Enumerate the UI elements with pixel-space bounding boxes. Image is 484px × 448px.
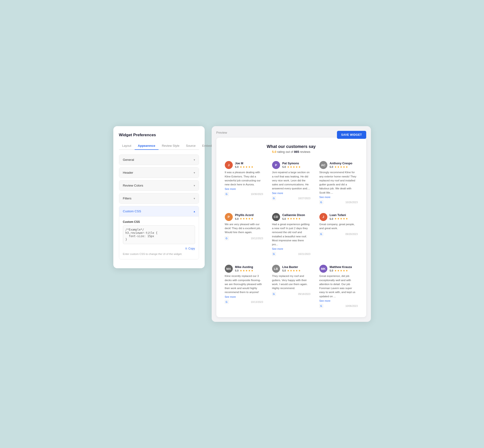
star-icon: ★	[293, 269, 295, 272]
see-more-link[interactable]: See more	[319, 299, 358, 302]
custom-css-textarea[interactable]: /*Example*/ h3.reviewer-title { font-siz…	[123, 225, 195, 244]
reviewer-name: Anthony Crespo	[330, 162, 352, 165]
google-icon: G	[272, 252, 276, 256]
stars-row: 5.0 ★★★★★	[235, 217, 254, 220]
review-text: We are very pleased with our deck! They …	[225, 222, 263, 234]
rating-value: 5.0	[330, 269, 333, 272]
rating-text: rating out of	[277, 150, 294, 153]
accordion-general: General ▾	[119, 154, 199, 165]
review-card: MA Mike Austing 5.0 ★★★★★ Kline recently…	[222, 262, 266, 311]
reviewer-info: Matthew Krauza 5.0 ★★★★★	[330, 265, 352, 272]
star-icon: ★	[298, 269, 301, 272]
accordion-general-header[interactable]: General ▾	[119, 155, 199, 165]
copy-icon: ⎘	[186, 247, 187, 250]
reviewer-info: Calliannie Dixon 5.0 ★★★★★	[282, 214, 305, 220]
reviewer-info: Phyllis Acord 5.0 ★★★★★	[235, 214, 254, 220]
review-text: It was a pleasure dealing with Kline Ext…	[225, 170, 263, 187]
stars-row: 5.0 ★★★★★	[330, 217, 348, 220]
accordion-custom-css-header[interactable]: Custom CSS ▴	[119, 206, 199, 216]
accordion-header: Header ▾	[119, 167, 199, 178]
accordion-filters-header[interactable]: Filters ▾	[119, 193, 199, 203]
star-icon: ★	[287, 217, 290, 220]
panel-title: Widget Preferences	[119, 133, 199, 137]
reviewer-name: Matthew Krauza	[330, 265, 352, 269]
star-icon: ★	[248, 217, 250, 220]
chevron-down-icon: ▾	[194, 158, 195, 161]
google-icon: G	[319, 200, 323, 204]
star-icon: ★	[346, 217, 348, 220]
reviews-grid: J Joe M 5.0 ★★★★★ It was a pleasure deal…	[222, 158, 361, 311]
star-icon: ★	[290, 217, 292, 220]
custom-css-content: Custom CSS /*Example*/ h3.reviewer-title…	[119, 216, 199, 259]
tab-review-style[interactable]: Review Style	[159, 142, 183, 150]
reviewer-header: J Joe M 5.0 ★★★★★	[225, 161, 263, 169]
star-icon: ★	[293, 217, 295, 220]
star-icon: ★	[251, 269, 253, 272]
accordion-header-header[interactable]: Header ▾	[119, 168, 199, 178]
avatar: P	[272, 161, 280, 169]
star-icon: ★	[343, 166, 345, 168]
reviewer-header: CD Calliannie Dixon 5.0 ★★★★★	[272, 213, 310, 221]
tab-source[interactable]: Source	[183, 142, 199, 150]
review-card: J Joe M 5.0 ★★★★★ It was a pleasure deal…	[222, 158, 266, 207]
save-widget-button[interactable]: SAVE WIDGET	[337, 131, 366, 139]
star-icon: ★	[334, 166, 337, 168]
stars-row: 5.0 ★★★★★	[235, 166, 253, 168]
star-icon: ★	[296, 269, 298, 272]
see-more-link[interactable]: See more	[319, 196, 358, 199]
widget-preferences-panel: Widget Preferences Layout Appearence Rev…	[113, 126, 205, 268]
google-icon: G	[225, 300, 228, 304]
chevron-down-icon: ▾	[194, 197, 195, 200]
reviewer-header: P Pat Symons 5.0 ★★★★★	[272, 161, 310, 169]
star-icon: ★	[293, 166, 295, 168]
reviews-label: reviews	[300, 150, 310, 153]
reviewer-info: Pat Symons 5.0 ★★★★★	[282, 162, 301, 168]
rating-value: 5.0	[282, 166, 286, 168]
stars-row: 5.0 ★★★★★	[282, 166, 301, 168]
review-card: MK Matthew Krauza 5.0 ★★★★★ Great experi…	[317, 262, 361, 311]
review-footer: G 10/21/2023	[272, 252, 310, 256]
review-footer: G 10/27/2023	[272, 196, 310, 200]
copy-label: Copy	[188, 247, 195, 250]
review-footer: G 10/13/2023	[225, 300, 263, 304]
copy-button[interactable]: ⎘ Copy	[123, 247, 195, 250]
review-date: 10/13/2023	[251, 301, 263, 303]
main-container: Widget Preferences Layout Appearence Rev…	[113, 126, 371, 322]
review-footer: G 10/06/2023	[319, 304, 358, 308]
reviewer-header: MK Matthew Krauza 5.0 ★★★★★	[319, 265, 358, 273]
rating-value: 5.0	[330, 217, 333, 220]
accordion-review-colors-header[interactable]: Review Colors ▾	[119, 180, 199, 191]
star-icon: ★	[242, 166, 245, 168]
see-more-link[interactable]: See more	[225, 295, 263, 298]
review-text: Kline recently replaced our 3 decks with…	[225, 274, 263, 294]
review-footer: G 10/30/2023	[225, 192, 263, 196]
google-icon: G	[225, 192, 228, 196]
star-icon: ★	[245, 217, 248, 220]
reviewer-header: J Luan Tufani 5.0 ★★★★★	[319, 213, 358, 221]
star-icon: ★	[245, 269, 248, 272]
rating-value: 5.0	[330, 166, 333, 168]
tab-appearence[interactable]: Appearence	[135, 142, 159, 150]
accordion-filters-label: Filters	[123, 197, 132, 200]
preview-panel: SAVE WIDGET Preview What our customers s…	[212, 126, 371, 322]
star-icon: ★	[343, 269, 345, 272]
reviewer-name: Phyllis Acord	[235, 214, 254, 217]
review-text: Had a great experience gettting a new ro…	[272, 222, 310, 247]
see-more-link[interactable]: See more	[225, 187, 263, 190]
see-more-link[interactable]: See more	[272, 248, 310, 250]
reviewer-name: Mike Austing	[235, 265, 253, 269]
reviewer-name: Lisa Baxter	[282, 265, 301, 269]
avatar: LB	[272, 265, 280, 273]
star-icon: ★	[240, 166, 242, 168]
reviewer-info: Lisa Baxter 5.0 ★★★★★	[282, 265, 301, 272]
reviewer-info: Luan Tufani 5.0 ★★★★★	[330, 214, 348, 220]
star-icon: ★	[337, 217, 339, 220]
review-date: 10/12/2023	[251, 237, 263, 240]
see-more-link[interactable]: See more	[272, 192, 310, 194]
accordion-filters: Filters ▾	[119, 193, 199, 204]
google-icon: G	[225, 236, 228, 240]
tab-layout[interactable]: Layout	[119, 142, 135, 150]
review-card: J Luan Tufani 5.0 ★★★★★ Great company, g…	[317, 210, 361, 259]
reviewer-info: Anthony Crespo 5.0 ★★★★★	[330, 162, 352, 168]
rating-value: 5.0	[282, 269, 286, 272]
